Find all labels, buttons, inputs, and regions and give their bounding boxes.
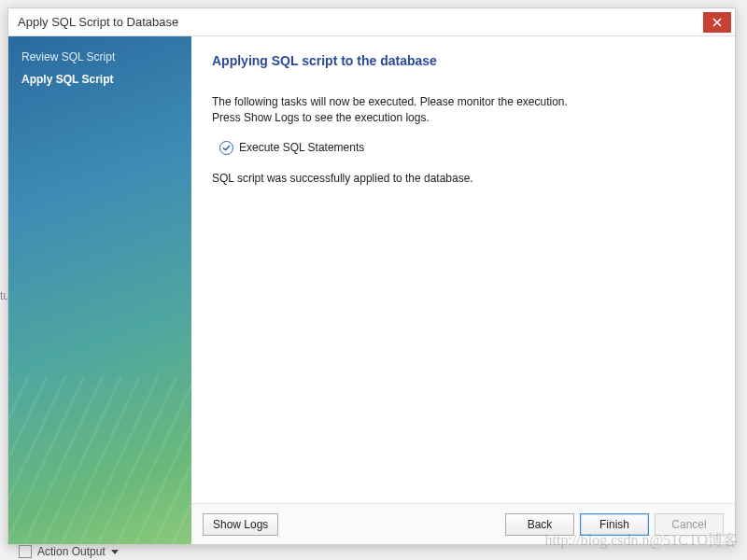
instructions: The following tasks will now be executed… [212, 94, 714, 126]
wizard-step-review[interactable]: Review SQL Script [21, 46, 178, 68]
action-output-label: Action Output [37, 545, 106, 558]
page-heading: Applying SQL script to the database [212, 53, 714, 68]
wizard-step-apply[interactable]: Apply SQL Script [21, 68, 178, 91]
panel-icon [19, 545, 32, 558]
apply-sql-dialog: Apply SQL Script to Database Review SQL … [7, 7, 736, 545]
content-area: Applying SQL script to the database The … [191, 36, 735, 503]
finish-button[interactable]: Finish [580, 513, 649, 536]
instructions-line2: Press Show Logs to see the execution log… [212, 110, 714, 126]
instructions-line1: The following tasks will now be executed… [212, 94, 714, 110]
checkmark-circle-icon [219, 141, 233, 155]
back-button[interactable]: Back [505, 513, 574, 536]
task-row: Execute SQL Statements [219, 141, 714, 155]
success-message: SQL script was successfully applied to t… [212, 172, 714, 185]
window-title: Apply SQL Script to Database [18, 15, 178, 29]
wizard-sidebar: Review SQL Script Apply SQL Script [8, 36, 191, 544]
button-bar: Show Logs Back Finish Cancel [191, 503, 735, 544]
dropdown-triangle-icon [111, 550, 119, 554]
close-button[interactable] [703, 12, 731, 33]
titlebar: Apply SQL Script to Database [8, 8, 735, 36]
background-status-bar: Action Output [19, 545, 119, 558]
cancel-button: Cancel [655, 513, 724, 536]
task-label: Execute SQL Statements [239, 141, 364, 154]
close-icon [712, 18, 722, 27]
dialog-body: Review SQL Script Apply SQL Script Apply… [8, 36, 735, 544]
main-panel: Applying SQL script to the database The … [191, 36, 735, 544]
show-logs-button[interactable]: Show Logs [203, 513, 278, 536]
